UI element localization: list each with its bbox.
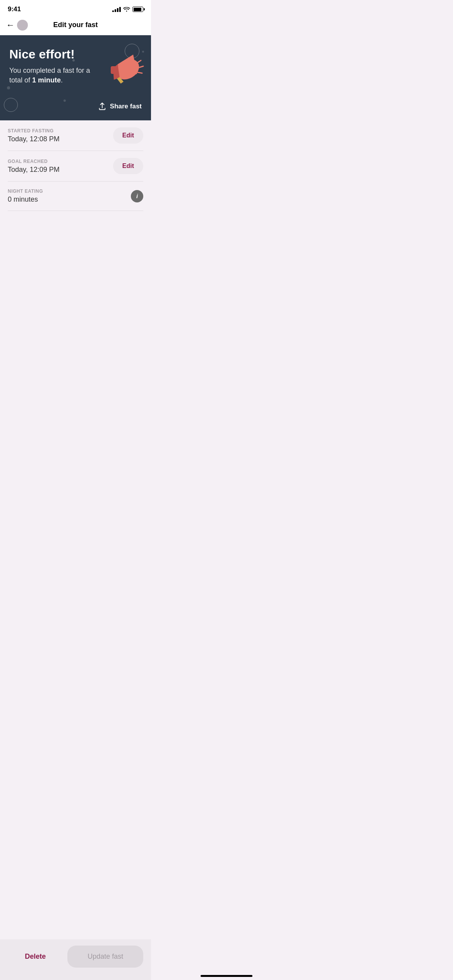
night-eating-value: 0 minutes [8,195,43,204]
battery-icon [132,7,143,12]
info-button[interactable]: i [131,190,143,202]
back-button[interactable]: ← [6,20,28,31]
share-label: Share fast [110,103,142,110]
page-title: Edit your fast [53,21,98,29]
share-fast-button[interactable]: Share fast [98,102,142,111]
edit-goal-button[interactable]: Edit [113,158,143,174]
goal-reached-label: GOAL REACHED [8,159,60,164]
started-fasting-label: STARTED FASTING [8,128,60,134]
goal-reached-row: GOAL REACHED Today, 12:09 PM Edit [8,151,143,182]
goal-reached-value: Today, 12:09 PM [8,166,60,174]
content-spacer [0,211,151,343]
night-eating-row: NIGHT EATING 0 minutes i [8,182,143,211]
wifi-icon [123,6,130,13]
status-bar: 9:41 [0,0,151,16]
hero-subtitle: You completed a fast for a total of 1 mi… [9,66,95,85]
signal-icon [112,7,121,12]
started-fasting-value: Today, 12:08 PM [8,135,60,143]
edit-start-button[interactable]: Edit [113,127,143,144]
share-icon [98,102,107,111]
nav-bar: ← Edit your fast [0,16,151,35]
started-fasting-row: STARTED FASTING Today, 12:08 PM Edit [8,120,143,151]
back-arrow-icon: ← [6,20,15,30]
hero-title: Nice effort! [9,48,142,61]
hero-content: Nice effort! You completed a fast for a … [9,48,142,86]
avatar [17,20,28,31]
status-time: 9:41 [8,5,21,13]
status-icons [112,6,143,13]
hero-banner: Nice effort! You completed a fast for a … [0,35,151,120]
details-section: STARTED FASTING Today, 12:08 PM Edit GOA… [0,120,151,211]
night-eating-label: NIGHT EATING [8,188,43,194]
